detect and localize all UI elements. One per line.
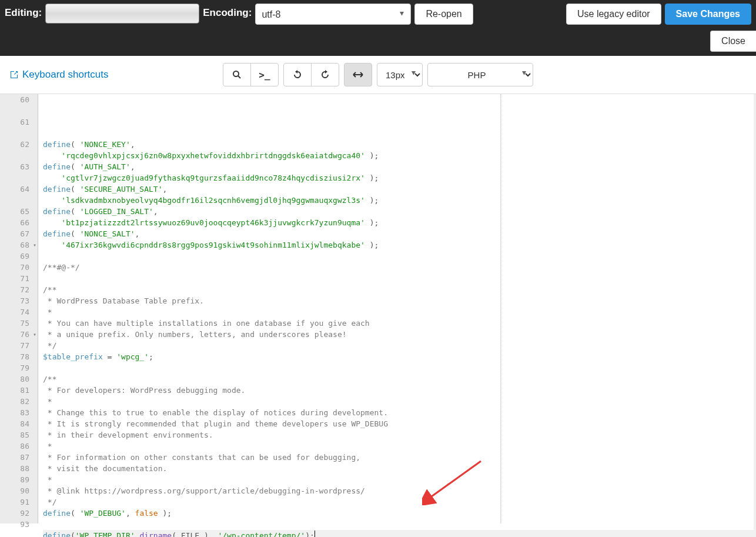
redo-button[interactable] xyxy=(311,63,339,86)
code-line[interactable]: /** xyxy=(43,373,756,385)
gutter-line: 67 xyxy=(0,228,38,239)
line-gutter: 6061626364656667686970717273747576777879… xyxy=(0,94,38,523)
code-line[interactable]: * It is strongly recommended that plugin… xyxy=(43,418,756,429)
close-button[interactable]: Close xyxy=(710,31,756,52)
code-line[interactable]: /** xyxy=(43,284,756,295)
code-line[interactable]: */ xyxy=(43,340,756,351)
gutter-line: 91 xyxy=(0,496,38,508)
gutter-line xyxy=(0,105,38,116)
code-line[interactable] xyxy=(43,273,756,284)
code-line[interactable]: * For information on other constants tha… xyxy=(43,452,756,463)
svg-line-1 xyxy=(238,76,240,78)
code-line[interactable]: define( 'WP_DEBUG', false ); xyxy=(43,508,756,519)
gutter-line: 66 xyxy=(0,217,38,228)
editing-label: Editing: xyxy=(5,4,42,19)
code-line[interactable]: '467ixr36kgwvdi6cpnddr8s8rgg9pos91gskiw4… xyxy=(43,239,756,251)
gutter-line: 87 xyxy=(0,452,38,463)
wrap-guide xyxy=(500,94,501,523)
gutter-line xyxy=(0,172,38,184)
topbar-row-2: Close xyxy=(0,25,756,52)
code-line[interactable]: define( 'LOGGED_IN_SALT', xyxy=(43,206,756,217)
gutter-line: 76 xyxy=(0,329,38,340)
toolbar-center: >_ 13px PHP xyxy=(223,63,533,86)
gutter-line: 65 xyxy=(0,206,38,217)
code-line[interactable]: * in their development environments. xyxy=(43,429,756,441)
code-line[interactable]: define( 'AUTH_SALT', xyxy=(43,161,756,172)
gutter-line xyxy=(0,150,38,161)
code-line[interactable]: /**#@-*/ xyxy=(43,262,756,273)
editing-path-input[interactable] xyxy=(45,4,199,24)
gutter-line: 86 xyxy=(0,441,38,452)
gutter-line: 68 xyxy=(0,239,38,251)
code-line[interactable]: * @link https://wordpress.org/support/ar… xyxy=(43,485,756,496)
code-line[interactable]: * xyxy=(43,396,756,407)
gutter-line: 75 xyxy=(0,318,38,329)
topbar: Editing: Encoding: utf-8 Re-open Use leg… xyxy=(0,0,756,56)
encoding-label: Encoding: xyxy=(203,4,252,19)
keyboard-shortcuts-label: Keyboard shortcuts xyxy=(22,69,108,81)
gutter-line: 77 xyxy=(0,340,38,351)
terminal-button[interactable]: >_ xyxy=(250,63,279,86)
code-line[interactable]: */ xyxy=(43,496,756,508)
gutter-line: 73 xyxy=(0,295,38,306)
code-line[interactable]: * xyxy=(43,306,756,318)
code-line[interactable]: define( 'SECURE_AUTH_SALT', xyxy=(43,184,756,195)
gutter-line: 88 xyxy=(0,463,38,474)
gutter-line: 63 xyxy=(0,161,38,172)
code-line[interactable]: define( 'NONCE_KEY', xyxy=(43,139,756,150)
gutter-line: 79 xyxy=(0,362,38,373)
code-area[interactable]: define( 'NONCE_KEY', 'rqcdeg0vhlxpjcsxj6… xyxy=(38,94,756,523)
code-line[interactable]: 'bt1pzjatizzzdt2lrtssywuoz69uv0jooqcqeyp… xyxy=(43,217,756,228)
gutter-line: 81 xyxy=(0,385,38,396)
reopen-button[interactable]: Re-open xyxy=(414,4,473,25)
code-line[interactable]: * a unique prefix. Only numbers, letters… xyxy=(43,329,756,340)
language-select[interactable]: PHP xyxy=(427,63,533,86)
code-line[interactable]: $table_prefix = 'wpcg_'; xyxy=(43,351,756,362)
gutter-line: 90 xyxy=(0,485,38,496)
gutter-line: 70 xyxy=(0,262,38,273)
gutter-line: 80 xyxy=(0,373,38,385)
encoding-select[interactable]: utf-8 xyxy=(255,4,411,25)
keyboard-shortcuts-link[interactable]: Keyboard shortcuts xyxy=(9,69,108,81)
code-editor[interactable]: 6061626364656667686970717273747576777879… xyxy=(0,94,756,523)
gutter-line: 92 xyxy=(0,508,38,519)
svg-point-0 xyxy=(233,71,239,76)
terminal-icon: >_ xyxy=(259,69,270,81)
code-line[interactable]: 'lsdkvadmbxnobyeolvyq4bgodfr16il2sqcnh6v… xyxy=(43,195,756,206)
gutter-line: 72 xyxy=(0,284,38,295)
save-changes-button[interactable]: Save Changes xyxy=(665,4,751,25)
code-line[interactable]: 'cgtlvr7jzwgcz0juad9fythaskq9tgurzsfaaii… xyxy=(43,172,756,184)
code-line[interactable]: * xyxy=(43,474,756,485)
gutter-line xyxy=(0,195,38,206)
legacy-editor-button[interactable]: Use legacy editor xyxy=(566,4,661,25)
scrollbar[interactable] xyxy=(754,94,756,537)
gutter-line: 71 xyxy=(0,273,38,284)
search-button[interactable] xyxy=(223,63,251,86)
wrap-toggle-button[interactable] xyxy=(344,63,372,86)
code-line[interactable]: * WordPress Database Table prefix. xyxy=(43,295,756,306)
code-line[interactable]: 'rqcdeg0vhlxpjcsxj6zn0w8pxyxhetwfoviddxh… xyxy=(43,150,756,161)
gutter-line: 84 xyxy=(0,418,38,429)
undo-button[interactable] xyxy=(283,63,312,86)
code-line[interactable] xyxy=(43,251,756,262)
code-line[interactable]: * Change this to true to enable the disp… xyxy=(43,407,756,418)
gutter-line: 60 xyxy=(0,94,38,105)
gutter-line: 78 xyxy=(0,351,38,362)
code-line[interactable]: define( 'NONCE_SALT', xyxy=(43,228,756,239)
code-line[interactable]: * You can have multiple installations in… xyxy=(43,318,756,329)
code-line[interactable] xyxy=(43,519,756,530)
gutter-line: 69 xyxy=(0,251,38,262)
gutter-line: 83 xyxy=(0,407,38,418)
code-line[interactable]: define('WP_TEMP_DIR',dirname(_FILE_). '/… xyxy=(43,530,756,537)
topbar-row: Editing: Encoding: utf-8 Re-open Use leg… xyxy=(0,0,756,25)
code-line[interactable]: * xyxy=(43,441,756,452)
code-line[interactable] xyxy=(43,362,756,373)
external-link-icon xyxy=(9,70,19,79)
code-line[interactable]: * For developers: WordPress debugging mo… xyxy=(43,385,756,396)
font-size-select[interactable]: 13px xyxy=(377,63,423,86)
gutter-line: 64 xyxy=(0,184,38,195)
undo-icon xyxy=(293,70,302,79)
gutter-line: 93 xyxy=(0,519,38,530)
search-icon xyxy=(232,70,242,79)
code-line[interactable]: * visit the documentation. xyxy=(43,463,756,474)
